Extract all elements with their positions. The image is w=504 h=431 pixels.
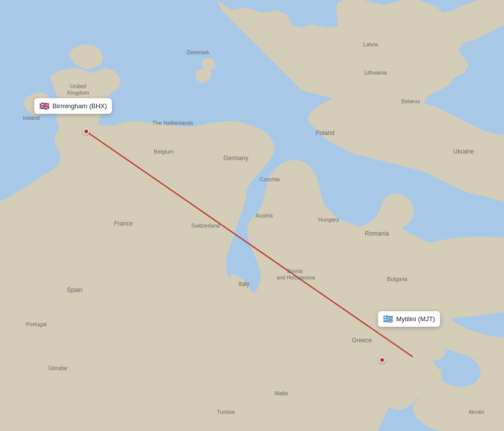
country-label-greece: Greece	[352, 337, 372, 344]
country-label-romania: Romania	[365, 230, 389, 237]
airport-label-mjt[interactable]: 🇬🇷 Mytilini (MJT)	[378, 311, 440, 327]
country-label-germany: Germany	[223, 155, 248, 162]
country-label-italy: Italy	[238, 280, 249, 288]
country-label-hungary: Hungary	[318, 217, 339, 223]
map-svg: Ireland United Kingdom Denmark The Nethe…	[0, 0, 504, 431]
country-label-czechia: Czechia	[260, 176, 280, 182]
country-label-spain: Spain	[67, 286, 83, 294]
country-label-belarus: Belarus	[401, 98, 420, 104]
country-label-ireland: Ireland	[23, 115, 40, 121]
uk-flag-icon: 🇬🇧	[39, 101, 49, 111]
country-label-latvia: Latvia	[363, 41, 378, 47]
country-label-tunisia: Tunisia	[217, 409, 235, 415]
country-label-portugal: Portugal	[26, 321, 47, 327]
country-label-poland: Poland	[316, 129, 334, 136]
country-label-austria: Austria	[256, 212, 273, 219]
country-label-uk2: Kingdom	[67, 90, 89, 96]
airport-label-bhx[interactable]: 🇬🇧 Birmingham (BHX)	[34, 98, 112, 114]
airport-dot-mjt	[379, 357, 385, 363]
bhx-label-text: Birmingham (BHX)	[52, 102, 107, 110]
airport-dot-bhx	[83, 128, 89, 134]
country-label-denmark: Denmark	[187, 49, 210, 55]
country-label-france: France	[114, 220, 133, 227]
country-label-belgium: Belgium	[154, 149, 174, 155]
country-label-bulgaria: Bulgaria	[387, 276, 408, 282]
country-label-lithuania: Lithuania	[364, 69, 388, 76]
country-label-herzegovina: and Herzegovina	[277, 275, 315, 280]
country-label-malta: Malta	[275, 390, 289, 396]
country-label-bosnia: Bosnia	[287, 268, 303, 274]
country-label-uk: United	[70, 83, 86, 89]
country-label-gibraltar: Gibraltar	[48, 366, 68, 371]
country-label-ukraine: Ukraine	[453, 148, 474, 155]
country-label-switzerland: Switzerland	[192, 223, 220, 229]
mjt-label-text: Mytilini (MJT)	[396, 315, 435, 323]
map-container: Ireland United Kingdom Denmark The Nethe…	[0, 0, 504, 431]
country-label-akrotiri: Akrotiri	[468, 409, 484, 415]
greece-flag-icon: 🇬🇷	[383, 314, 393, 324]
country-label-netherlands: The Netherlands	[152, 120, 194, 126]
